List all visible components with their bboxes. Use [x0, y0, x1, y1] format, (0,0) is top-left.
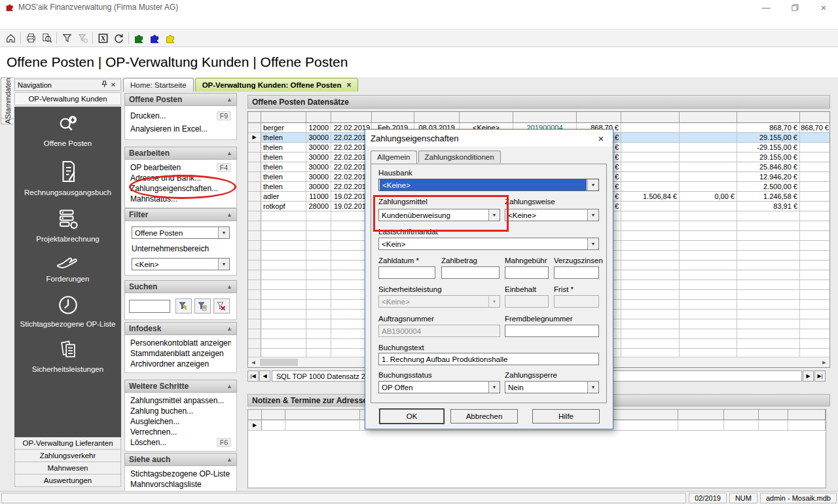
table-cell[interactable]: berger — [261, 123, 306, 133]
row-selector[interactable] — [248, 182, 261, 192]
chevron-down-icon[interactable]: ▼ — [587, 179, 598, 190]
module-tab[interactable]: Stammdaten — [1, 77, 14, 119]
task-link[interactable]: Stichtagsbezogene OP-Liste — [125, 469, 236, 479]
next-record-icon[interactable]: ▶ — [803, 370, 814, 382]
last-record-icon[interactable]: ▶| — [814, 370, 826, 382]
close-icon[interactable]: × — [809, 0, 838, 14]
table-cell[interactable] — [680, 143, 737, 153]
search-run-filter-icon[interactable] — [175, 298, 192, 314]
row-selector[interactable] — [248, 143, 261, 153]
row-selector[interactable] — [248, 420, 262, 431]
collapse-icon[interactable]: ▲ — [227, 456, 232, 463]
export-excel-icon[interactable]: X — [95, 30, 111, 46]
task-link[interactable]: Zahlungsmittel anpassen... — [125, 395, 236, 406]
sidebar-item-projektabrechnung[interactable]: Projektabrechnung — [16, 207, 120, 243]
module-yellow-puzzle-icon[interactable] — [162, 30, 178, 46]
task-link[interactable]: Mahnstatus... — [125, 194, 236, 204]
zahlbetrag-input[interactable] — [441, 266, 500, 279]
row-selector[interactable] — [248, 133, 261, 143]
table-cell[interactable]: 12.946,20 € — [737, 172, 800, 182]
table-cell[interactable]: 30000 — [306, 172, 331, 182]
table-cell[interactable]: 25.846,80 € — [737, 162, 800, 172]
menu-item[interactable] — [35, 20, 46, 23]
home-icon[interactable] — [3, 30, 18, 46]
table-cell[interactable]: 12000 — [306, 123, 331, 133]
sidebar-item-sicherheitsleistungen[interactable]: Sicherheitsleistungen — [16, 339, 120, 373]
table-cell[interactable]: 30000 — [306, 162, 331, 172]
task-link[interactable]: Personenkontoblatt anzeigen — [125, 338, 236, 348]
table-cell[interactable] — [680, 202, 737, 211]
column-header[interactable] — [621, 112, 680, 123]
filter-edit-icon[interactable] — [75, 30, 90, 46]
table-cell[interactable] — [621, 153, 680, 162]
table-cell[interactable]: 0,00 € — [680, 192, 737, 202]
menu-item[interactable] — [4, 20, 14, 23]
chevron-down-icon[interactable]: ▼ — [587, 238, 598, 249]
task-link[interactable]: Adresse und Bank... — [125, 173, 236, 183]
column-header[interactable] — [680, 112, 737, 123]
notes-column-header[interactable] — [262, 410, 285, 420]
table-cell[interactable] — [680, 133, 737, 143]
pin-icon[interactable] — [100, 81, 109, 89]
section-header[interactable]: Filter▲ — [124, 208, 237, 221]
mahngebuehr-input[interactable] — [505, 266, 549, 279]
refresh-icon[interactable] — [111, 30, 126, 46]
table-cell[interactable]: 1.506,84 € — [621, 192, 680, 202]
table-cell[interactable] — [800, 182, 829, 192]
tab-zahlungskonditionen[interactable]: Zahlungskonditionen — [418, 151, 501, 163]
table-cell[interactable]: thelen — [261, 182, 306, 192]
search-input[interactable] — [129, 300, 170, 313]
table-cell[interactable] — [621, 133, 680, 143]
navigation-group-button[interactable]: Zahlungsverkehr — [14, 450, 121, 462]
task-link[interactable]: Stammdatenblatt anzeigen — [125, 348, 236, 359]
tab-allgemein[interactable]: Allgemein — [371, 151, 417, 164]
task-link[interactable]: OP bearbeitenF4 — [125, 162, 236, 173]
chevron-down-icon[interactable]: ▼ — [587, 209, 598, 221]
notes-column-header[interactable] — [285, 410, 360, 420]
minimize-icon[interactable]: — — [752, 0, 780, 14]
collapse-icon[interactable]: ▲ — [227, 383, 232, 389]
table-cell[interactable] — [800, 143, 829, 153]
verzugszinsen-input[interactable] — [554, 266, 599, 279]
menu-item[interactable] — [25, 20, 35, 23]
scroll-left-icon[interactable]: ◀ — [248, 358, 259, 367]
chevron-down-icon[interactable]: ▼ — [488, 209, 500, 221]
collapse-icon[interactable]: ▲ — [227, 283, 232, 290]
menu-item[interactable] — [46, 20, 56, 23]
table-cell[interactable]: 30000 — [306, 153, 331, 162]
column-header[interactable] — [372, 112, 414, 123]
table-cell[interactable]: adler — [261, 192, 306, 202]
collapse-icon[interactable]: ▲ — [227, 150, 232, 156]
task-link[interactable]: Verrechnen... — [125, 427, 236, 437]
notes-column-header[interactable] — [724, 410, 759, 420]
chevron-down-icon[interactable]: ▼ — [488, 382, 500, 393]
cancel-button[interactable]: Abbrechen — [450, 409, 518, 423]
column-header[interactable] — [513, 112, 577, 123]
table-cell[interactable] — [621, 143, 680, 153]
table-cell[interactable] — [800, 202, 829, 211]
sidebar-item-forderungen[interactable]: Forderungen — [16, 254, 120, 283]
section-header[interactable]: Bearbeiten▲ — [124, 147, 237, 160]
menu-item[interactable] — [67, 20, 77, 23]
table-cell[interactable] — [680, 123, 737, 133]
zahlungsweise-select[interactable]: <Keine>▼ — [505, 209, 599, 221]
table-cell[interactable] — [680, 162, 737, 172]
task-link[interactable]: Analysieren in Excel... — [125, 122, 236, 135]
table-cell[interactable] — [621, 202, 680, 211]
collapse-icon[interactable]: ▲ — [227, 96, 232, 103]
table-cell[interactable]: 29.155,00 € — [737, 133, 800, 143]
table-cell[interactable] — [621, 182, 680, 192]
section-header[interactable]: Offene Posten▲ — [124, 93, 237, 106]
ok-button[interactable]: OK — [380, 409, 444, 423]
column-header[interactable] — [414, 112, 460, 123]
notes-column-header[interactable] — [788, 410, 826, 420]
section-header[interactable]: Suchen▲ — [124, 280, 237, 293]
table-cell[interactable]: 29.155,00 € — [737, 153, 800, 162]
section-header[interactable]: Weitere Schritte▲ — [124, 380, 237, 393]
section-header[interactable]: Siehe auch▲ — [124, 453, 237, 466]
table-cell[interactable]: 30000 — [306, 182, 331, 192]
navigation-group-button[interactable]: OP-Verwaltung Lieferanten — [14, 437, 121, 450]
chevron-down-icon[interactable]: ▼ — [218, 227, 229, 238]
module-blue-puzzle-icon[interactable] — [147, 30, 162, 46]
sidebar-item-stichtagsbezogene-op-liste[interactable]: Stichtagsbezogene OP-Liste — [16, 294, 120, 328]
